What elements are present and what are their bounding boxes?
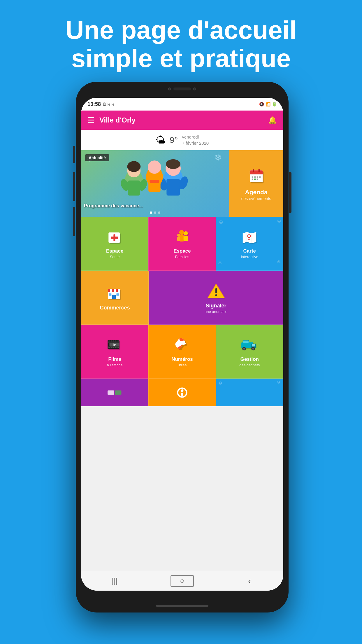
weather-bar: 🌤 9° vendredi 7 février 2020 [81,130,283,150]
agenda-tile[interactable]: ✓ Agenda des évènements [229,150,283,217]
truck-icon [240,336,259,354]
films-tile[interactable]: Films à l'affiche [81,325,148,379]
svg-rect-14 [148,177,160,192]
commerces-tile[interactable]: Commerces [81,271,149,325]
news-badge: Actualité [85,154,109,161]
carte-interactive-tile[interactable]: ❄ ❄ ❄ ❄ [216,217,283,271]
svg-rect-24 [257,176,258,178]
snow-a: ❄ [219,219,224,226]
weather-temp: 9° [170,135,178,145]
snow-d: ❄ [218,260,222,266]
svg-rect-42 [177,237,180,241]
status-left-icons: 🖼 le le ... [103,102,119,106]
svg-point-3 [127,161,141,172]
nav-home-button[interactable]: ○ [171,575,194,587]
health-icon [106,228,124,246]
svg-rect-67 [108,341,110,342]
svg-rect-74 [113,347,114,348]
svg-point-13 [148,160,161,174]
svg-point-84 [243,348,245,349]
weather-icon: 🌤 [156,134,166,146]
signaler-sublabel: une anomalie [205,309,227,314]
page-header: Une page d'accueil simple et pratique [0,0,362,81]
svg-rect-76 [117,347,119,348]
agenda-title: Agenda [245,189,267,196]
svg-rect-50 [110,289,112,292]
svg-rect-20 [253,169,254,172]
signaler-label: Signaler [205,303,226,309]
espace-familles-sublabel: Familles [175,255,189,259]
numeros-tile[interactable]: Numéros utiles [148,325,216,379]
weather-day: vendredi [182,134,209,140]
phone-wrapper: 13:58 🖼 le le ... 🔇 📶 🔋 ☰ Ville d'Orly 🔔… [76,82,289,612]
app-toolbar: ☰ Ville d'Orly 🔔 [81,111,283,130]
news-title: Programme des vacance... [84,203,226,209]
svg-rect-73 [111,347,112,348]
svg-rect-26 [252,178,253,180]
svg-rect-61 [215,288,217,293]
svg-rect-89 [108,390,114,395]
svg-point-46 [248,235,250,237]
bottom-nav: ||| ○ ‹ [81,571,283,591]
calendar-icon: ✓ [246,166,266,186]
dot-2 [154,211,156,214]
bell-icon[interactable]: 🔔 [268,116,277,124]
svg-rect-51 [112,289,114,292]
dot-1 [150,211,152,214]
menu-icon[interactable]: ☰ [87,116,95,125]
svg-rect-22 [252,176,253,178]
espace-familles-label: Espace [173,248,191,254]
numeros-label: Numéros [171,356,193,362]
page-background: Une page d'accueil simple et pratique 13… [0,0,362,644]
espace-familles-tile[interactable]: Espace Familles [148,217,216,271]
film-icon [106,336,124,354]
carte-sublabel: interactive [241,255,258,259]
svg-rect-72 [108,347,110,348]
warning-icon [207,281,226,300]
dot-3 [158,211,160,214]
partial-tile-2[interactable] [148,379,216,406]
svg-point-9 [166,159,180,169]
svg-rect-57 [116,293,119,296]
svg-rect-28 [257,178,258,180]
hero-dots [150,211,160,214]
svg-rect-21 [259,169,260,172]
gestion-tile[interactable]: Gestion des déchets [216,325,283,379]
tiles-row-4: Films à l'affiche Numéros utiles [81,325,283,379]
nav-forward-button[interactable]: ‹ [238,575,261,587]
toolbar-title: Ville d'Orly [99,116,268,124]
partial-snow: ❄ [218,380,222,386]
svg-point-62 [215,294,217,296]
status-right-icons: 🔇 📶 🔋 [259,102,277,106]
partial-icon-1 [108,388,122,397]
phone-camera-area [168,88,196,90]
snow-c: ❄ [277,259,281,265]
svg-rect-70 [115,341,116,342]
svg-rect-82 [252,344,255,346]
svg-rect-52 [114,289,116,292]
partial-tile-3[interactable]: ❄ ❄ [216,379,283,406]
svg-rect-68 [111,341,112,342]
svg-rect-65 [108,342,119,343]
hero-news-tile[interactable]: ❄ ❄ [81,150,229,217]
svg-point-39 [184,231,188,235]
svg-rect-55 [112,295,116,299]
map-icon [240,228,259,246]
partial-snow-2: ❄ [277,379,281,385]
svg-rect-71 [117,341,119,342]
nav-back-button[interactable]: ||| [103,575,126,587]
weather-date-block: vendredi 7 février 2020 [182,134,209,146]
espace-sante-label: Espace [106,248,124,254]
snow-b: ❄ [277,218,281,225]
gestion-label: Gestion [240,356,259,362]
espace-sante-tile[interactable]: Espace Santé [81,217,148,271]
phone-bottom-bar [156,605,208,607]
partial-tile-1[interactable] [81,379,148,406]
films-label: Films [108,356,121,362]
svg-point-86 [252,348,254,349]
phone-icon [173,336,191,354]
signaler-tile[interactable]: Signaler une anomalie [149,271,283,325]
tiles-row-3: Commerces Signaler [81,271,283,325]
svg-rect-2 [128,181,140,196]
weather-date: 7 février 2020 [182,140,209,146]
